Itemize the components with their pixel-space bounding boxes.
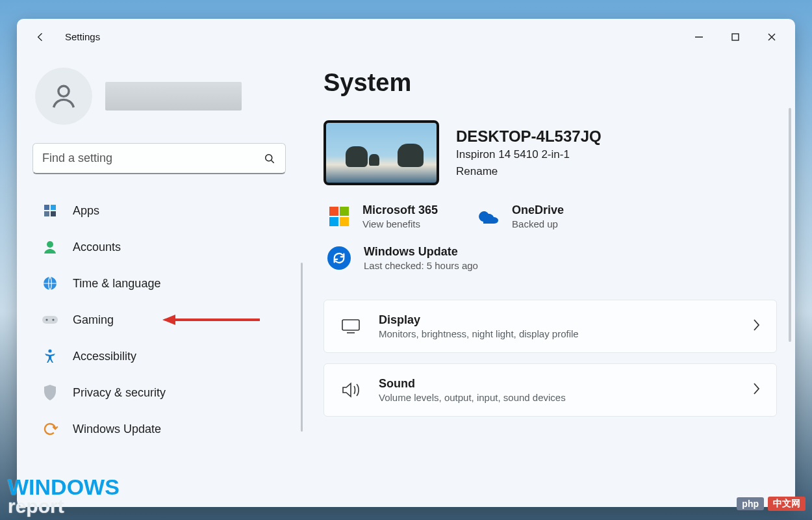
accessibility-icon (42, 348, 58, 365)
close-button[interactable] (754, 24, 790, 50)
svg-point-14 (45, 318, 47, 320)
search-icon (263, 152, 276, 165)
sidebar-item-gaming[interactable]: Gaming (32, 303, 290, 337)
tile-subtitle: Backed up (512, 218, 564, 229)
svg-point-5 (266, 154, 272, 161)
update-title: Windows Update (364, 245, 478, 259)
sidebar: Apps Accounts Time & language (17, 55, 303, 507)
close-icon (767, 32, 776, 42)
windows-update-icon (42, 421, 58, 437)
card-sound[interactable]: Sound Volume levels, output, input, soun… (324, 363, 777, 417)
badge-cn: 中文网 (768, 497, 806, 511)
sound-icon (340, 379, 362, 401)
status-tiles: Microsoft 365 View benefits OneDrive Bac… (327, 203, 777, 229)
svg-rect-22 (340, 217, 349, 226)
sidebar-item-label: Privacy & security (73, 386, 166, 400)
svg-rect-8 (51, 205, 56, 210)
sidebar-item-accessibility[interactable]: Accessibility (32, 339, 290, 373)
sidebar-item-label: Gaming (73, 313, 114, 327)
sidebar-item-windows-update[interactable]: Windows Update (32, 412, 290, 446)
apps-icon (42, 202, 58, 219)
svg-rect-7 (44, 205, 49, 210)
tile-subtitle: View benefits (362, 218, 438, 229)
maximize-icon (731, 32, 740, 42)
svg-rect-13 (42, 316, 58, 324)
chevron-right-icon (752, 318, 761, 335)
window-controls (681, 24, 790, 50)
svg-rect-19 (329, 207, 338, 216)
app-title: Settings (65, 31, 100, 42)
time-language-icon (42, 275, 58, 292)
onedrive-icon (477, 205, 500, 228)
svg-rect-10 (51, 211, 56, 216)
card-display[interactable]: Display Monitors, brightness, night ligh… (324, 300, 777, 353)
tile-microsoft-365[interactable]: Microsoft 365 View benefits (327, 203, 438, 229)
svg-line-6 (272, 160, 274, 162)
profile-block[interactable] (35, 68, 290, 125)
accounts-icon (42, 239, 58, 255)
update-subtitle: Last checked: 5 hours ago (364, 260, 478, 271)
device-wallpaper-thumb[interactable] (324, 120, 439, 185)
back-button[interactable] (27, 24, 53, 50)
gaming-icon (42, 311, 58, 328)
page-title: System (324, 69, 777, 97)
windows-update-tile[interactable]: Windows Update Last checked: 5 hours ago (327, 245, 777, 271)
device-info: DESKTOP-4L537JQ Inspiron 14 5410 2-in-1 … (456, 127, 602, 178)
svg-point-18 (48, 349, 51, 352)
main-panel: System DESKTOP-4L537JQ Inspiron 14 5410 … (303, 55, 795, 507)
svg-rect-1 (732, 34, 739, 40)
search-input[interactable] (42, 151, 263, 165)
svg-point-15 (52, 318, 54, 320)
display-icon (340, 315, 362, 337)
svg-point-11 (47, 241, 53, 248)
tile-title: OneDrive (512, 203, 564, 217)
device-name: DESKTOP-4L537JQ (456, 127, 602, 146)
device-block: DESKTOP-4L537JQ Inspiron 14 5410 2-in-1 … (324, 120, 777, 185)
search-box[interactable] (32, 143, 286, 174)
svg-rect-9 (44, 211, 49, 216)
chevron-right-icon (752, 382, 761, 398)
settings-window: Settings (17, 19, 795, 507)
card-subtitle: Monitors, brightness, night light, displ… (379, 328, 579, 339)
card-subtitle: Volume levels, output, input, sound devi… (379, 392, 566, 403)
tile-title: Microsoft 365 (362, 203, 438, 217)
svg-rect-23 (342, 320, 359, 330)
nav-list: Apps Accounts Time & language (32, 194, 290, 446)
main-scrollbar[interactable] (789, 108, 791, 342)
profile-name-redacted (105, 82, 242, 110)
badge-php: php (737, 497, 764, 510)
sidebar-item-accounts[interactable]: Accounts (32, 230, 290, 264)
tile-onedrive[interactable]: OneDrive Backed up (477, 203, 564, 229)
device-model: Inspiron 14 5410 2-in-1 (456, 148, 602, 161)
microsoft-logo-icon (327, 205, 351, 228)
titlebar: Settings (17, 19, 795, 55)
sidebar-item-label: Accessibility (73, 350, 136, 363)
avatar (35, 68, 92, 125)
minimize-button[interactable] (681, 24, 717, 50)
maximize-button[interactable] (717, 24, 754, 50)
rename-link[interactable]: Rename (456, 165, 602, 178)
person-icon (49, 81, 79, 111)
annotation-arrow-icon (162, 313, 260, 327)
sidebar-item-label: Windows Update (73, 422, 161, 436)
arrow-left-icon (34, 31, 47, 44)
sidebar-item-privacy-security[interactable]: Privacy & security (32, 376, 290, 410)
minimize-icon (694, 32, 704, 42)
svg-point-4 (58, 86, 69, 96)
sidebar-item-time-language[interactable]: Time & language (32, 266, 290, 300)
update-sync-icon (327, 246, 351, 270)
card-title: Sound (379, 377, 566, 391)
sidebar-item-label: Time & language (73, 277, 160, 291)
sidebar-item-label: Accounts (73, 240, 121, 254)
svg-rect-21 (329, 217, 338, 226)
svg-rect-20 (340, 207, 349, 216)
corner-badge: php 中文网 (737, 497, 806, 511)
sidebar-item-label: Apps (73, 204, 99, 218)
svg-marker-17 (162, 315, 175, 325)
card-title: Display (379, 313, 579, 327)
privacy-icon (42, 384, 58, 401)
sidebar-item-apps[interactable]: Apps (32, 194, 290, 228)
